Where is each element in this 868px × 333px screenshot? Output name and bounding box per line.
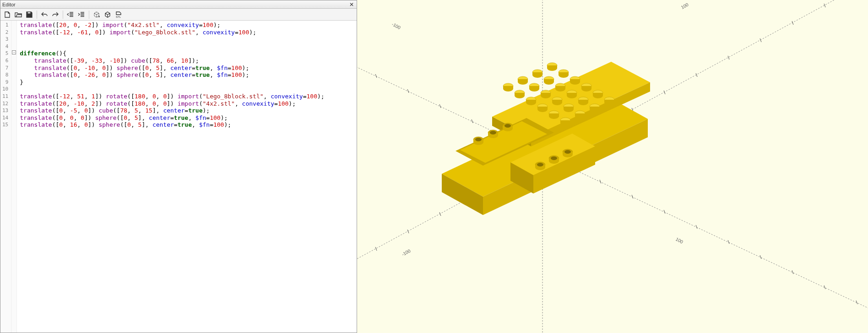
editor-toolbar: STL (0, 9, 357, 21)
indent-button[interactable] (76, 10, 87, 20)
editor-titlebar[interactable]: Editor ✕ (0, 0, 357, 9)
code-content[interactable]: translate([20, 0, -2]) import("4x2.stl",… (17, 21, 327, 333)
svg-line-33 (760, 255, 761, 259)
open-button[interactable] (13, 10, 23, 20)
svg-text:STL: STL (116, 16, 121, 18)
svg-line-9 (375, 74, 377, 78)
code-editor[interactable]: 123456789101112131415 - translate([20, 0… (0, 21, 357, 333)
svg-line-35 (792, 270, 793, 274)
editor-panel: Editor ✕ STL 123456789101112131415 - tra… (0, 0, 357, 333)
fold-gutter[interactable]: - (11, 21, 17, 333)
axis-orientation-widget[interactable]: z y x (389, 0, 868, 255)
line-number-gutter: 123456789101112131415 (0, 21, 11, 333)
new-button[interactable] (2, 10, 12, 20)
render-button[interactable] (103, 10, 113, 20)
preview-button[interactable] (92, 10, 102, 20)
export-stl-button[interactable]: STL (114, 10, 124, 20)
3d-viewport[interactable]: -100 100 -100 100 (357, 0, 868, 333)
redo-button[interactable] (50, 10, 60, 20)
unindent-button[interactable] (65, 10, 76, 20)
close-icon[interactable]: ✕ (348, 1, 355, 8)
svg-line-8 (375, 247, 377, 251)
save-button[interactable] (24, 10, 34, 20)
editor-title: Editor (2, 2, 16, 7)
undo-button[interactable] (39, 10, 49, 20)
